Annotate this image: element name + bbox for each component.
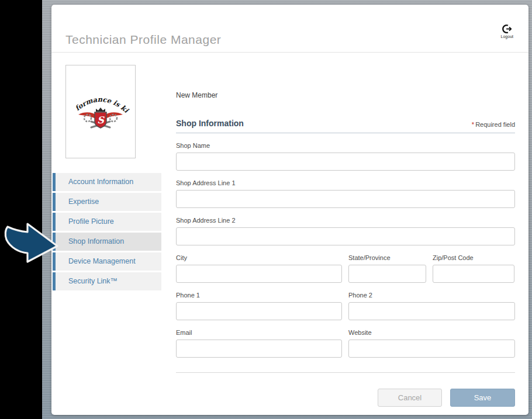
city-label: City	[176, 254, 342, 261]
phone1-label: Phone 1	[176, 292, 342, 299]
state-label: State/Province	[348, 254, 426, 261]
website-field-group: Website	[348, 329, 515, 358]
phone2-label: Phone 2	[348, 292, 515, 299]
sidebar-nav: Account Information Expertise Profile Pi…	[53, 173, 161, 292]
address1-input[interactable]	[176, 190, 515, 208]
phone2-input[interactable]	[348, 302, 515, 320]
city-input[interactable]	[176, 265, 342, 283]
section-title: Shop Information	[176, 119, 244, 128]
address2-field-group: Shop Address Line 2	[176, 217, 515, 245]
address2-input[interactable]	[176, 227, 515, 245]
sidebar-item-account-information[interactable]: Account Information	[53, 173, 161, 191]
phones-row: Phone 1 Phone 2	[176, 292, 515, 320]
zip-field-group: Zip/Post Code	[433, 254, 514, 283]
logo-right-wing	[105, 112, 123, 119]
section-header: Shop Information *Required field	[176, 119, 515, 133]
sidebar-item-device-management[interactable]: Device Management	[53, 252, 161, 271]
shop-name-label: Shop Name	[176, 142, 515, 149]
shop-information-form: New Member Shop Information *Required fi…	[176, 86, 515, 407]
city-field-group: City	[176, 254, 342, 283]
sidebar-item-security-link[interactable]: Security Link™	[53, 272, 161, 290]
logout-button[interactable]: Logout	[501, 24, 513, 39]
required-field-note: *Required field	[472, 121, 515, 128]
shop-logo: performance is king S	[70, 89, 131, 134]
zip-input[interactable]	[433, 265, 514, 283]
logo-shield-letter: S	[97, 115, 105, 126]
phone1-field-group: Phone 1	[176, 292, 342, 320]
city-state-zip-row: City State/Province Zip/Post Code	[176, 254, 515, 283]
website-input[interactable]	[348, 340, 515, 358]
annotation-arrow-icon	[2, 220, 61, 268]
email-label: Email	[176, 329, 342, 336]
sidebar-item-expertise[interactable]: Expertise	[53, 193, 161, 211]
profile-manager-dialog: Technician Profile Manager Logout perfor…	[51, 5, 528, 415]
logo-left-wing	[78, 112, 96, 119]
form-actions: Cancel Save	[176, 389, 515, 407]
address1-label: Shop Address Line 1	[176, 179, 515, 186]
sidebar-item-profile-picture[interactable]: Profile Picture	[53, 213, 161, 231]
shop-name-field-group: Shop Name	[176, 142, 515, 171]
page-title: Technician Profile Manager	[65, 33, 221, 47]
website-label: Website	[348, 329, 515, 336]
required-asterisk: *	[472, 121, 474, 128]
footer-divider	[176, 372, 515, 373]
profile-picture-box: performance is king S	[65, 65, 136, 158]
sidebar-item-shop-information[interactable]: Shop Information	[53, 233, 161, 251]
phone1-input[interactable]	[176, 302, 342, 320]
email-input[interactable]	[176, 340, 342, 358]
logout-icon	[501, 24, 513, 34]
email-field-group: Email	[176, 329, 342, 358]
phone2-field-group: Phone 2	[348, 292, 515, 320]
state-field-group: State/Province	[348, 254, 426, 283]
logo-crown	[96, 108, 105, 112]
email-website-row: Email Website	[176, 329, 515, 358]
shop-name-input[interactable]	[176, 153, 515, 171]
member-status: New Member	[176, 86, 515, 99]
state-input[interactable]	[348, 265, 426, 283]
save-button[interactable]: Save	[450, 389, 515, 407]
address1-field-group: Shop Address Line 1	[176, 179, 515, 208]
address2-label: Shop Address Line 2	[176, 217, 515, 224]
cancel-button[interactable]: Cancel	[378, 389, 442, 407]
dialog-header: Technician Profile Manager Logout	[51, 5, 528, 53]
logout-label: Logout	[501, 34, 513, 39]
zip-label: Zip/Post Code	[433, 254, 514, 261]
